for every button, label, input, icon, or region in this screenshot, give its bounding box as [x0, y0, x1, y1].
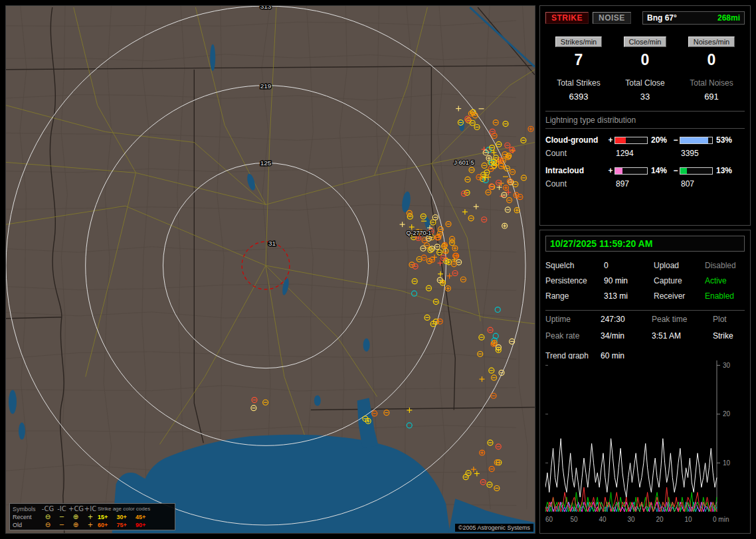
range-value: 313 mi	[604, 291, 654, 301]
svg-text:0 min: 0 min	[713, 516, 729, 523]
svg-text:30: 30	[723, 362, 731, 369]
legend-row-old-label: Old	[13, 522, 41, 528]
svg-text:125: 125	[260, 159, 272, 167]
total-strikes-value: 6393	[545, 92, 612, 102]
distance-value: 268mi	[717, 13, 740, 23]
count-label: Count	[545, 149, 607, 158]
uptime-label: Uptime	[545, 315, 601, 324]
svg-text:10: 10	[723, 459, 731, 467]
session-grid: Uptime 247:30 Peak time Plot Peak rate 3…	[545, 315, 745, 341]
plus-sign: +	[607, 166, 614, 175]
map[interactable]: 31321912531J-601-5Q-2770-1	[6, 6, 535, 533]
noise-indicator[interactable]: NOISE	[593, 12, 631, 24]
neg-cg-old-icon: ⊖	[41, 521, 55, 528]
cg-plus-bar	[614, 137, 648, 144]
datetime-display: 10/27/2025 11:59:20 AM	[545, 236, 745, 252]
pos-cg-old-icon: ⊕	[68, 521, 83, 528]
ic-minus-pct: 13%	[713, 166, 737, 175]
lightning-map-panel: 31321912531J-601-5Q-2770-1 Symbols -CG -…	[5, 5, 535, 534]
cg-minus-pct: 53%	[713, 135, 737, 145]
cloud-ground-row: Cloud-ground + 20% − 53%	[545, 135, 745, 145]
upload-state: Disabled	[705, 261, 745, 270]
svg-text:20: 20	[656, 516, 664, 523]
legend-col-neg-cg: -CG	[41, 505, 55, 512]
svg-text:60: 60	[545, 516, 553, 523]
svg-text:313: 313	[260, 6, 272, 10]
control-column: STRIKE NOISE Bng 67° 268mi Strikes/min C…	[539, 5, 751, 534]
peak-rate-value: 34/min	[601, 331, 652, 341]
peak-time-value: 3:51 AM	[652, 331, 713, 341]
svg-text:31: 31	[268, 240, 276, 247]
uptime-value: 247:30	[601, 315, 652, 324]
trend-graph-plot: 3020106050403020100 min	[545, 359, 745, 526]
total-noises-value: 691	[678, 92, 745, 102]
svg-text:219: 219	[260, 82, 272, 90]
persistence-label: Persistence	[545, 276, 604, 285]
neg-cg-recent-icon: ⊖	[41, 513, 55, 520]
cg-plus-count: 1294	[614, 149, 672, 158]
legend-title: Symbols	[13, 506, 41, 512]
squelch-value: 0	[604, 261, 654, 270]
cg-plus-pct: 20%	[648, 135, 672, 145]
peak-rate-label: Peak rate	[545, 331, 601, 341]
svg-text:10: 10	[684, 516, 692, 523]
close-per-min-button[interactable]: Close/min	[624, 37, 667, 47]
upload-label: Upload	[654, 261, 705, 270]
count-label: Count	[545, 179, 607, 189]
bearing-readout: Bng 67° 268mi	[642, 11, 745, 25]
copyright-text: ©2005 Astrogenic Systems	[455, 524, 533, 532]
total-noises-label: Total Noises	[678, 78, 745, 88]
legend-col-pos-cg: +CG	[68, 505, 83, 512]
intracloud-count-row: Count 897 807	[545, 179, 745, 189]
total-close-label: Total Close	[612, 78, 678, 88]
ic-plus-count: 897	[614, 179, 672, 189]
ic-minus-count: 807	[680, 179, 737, 189]
plot-label: Plot	[713, 315, 745, 324]
pos-ic-old-icon: +	[83, 521, 98, 528]
svg-text:50: 50	[570, 516, 578, 523]
trend-graph: 3020106050403020100 min	[545, 359, 745, 529]
receiver-label: Receiver	[654, 291, 705, 301]
status-panel: 10/27/2025 11:59:20 AM Squelch 0 Upload …	[539, 230, 751, 534]
ic-plus-pct: 14%	[648, 166, 672, 175]
pos-cg-recent-icon: ⊕	[68, 513, 83, 520]
strikes-per-min-value: 7	[545, 51, 612, 69]
pos-ic-recent-icon: +	[83, 513, 98, 520]
intracloud-row: Intracloud + 14% − 13%	[545, 166, 745, 175]
legend-col-neg-ic: -IC	[55, 505, 68, 512]
ic-plus-bar	[614, 167, 648, 175]
minus-sign: −	[672, 166, 680, 175]
svg-text:40: 40	[599, 516, 607, 523]
svg-text:20: 20	[723, 410, 731, 418]
intracloud-label: Intracloud	[545, 166, 607, 175]
noises-per-min-button[interactable]: Noises/min	[688, 37, 735, 47]
range-label: Range	[545, 291, 604, 301]
legend-ages-recent: 15+ 30+ 45+	[98, 514, 172, 520]
cloud-ground-label: Cloud-ground	[545, 135, 607, 145]
plus-sign: +	[607, 135, 614, 145]
statistics-panel: STRIKE NOISE Bng 67° 268mi Strikes/min C…	[539, 5, 751, 226]
noises-per-min-value: 0	[678, 51, 745, 69]
total-strikes-label: Total Strikes	[545, 78, 612, 88]
capture-label: Capture	[654, 276, 705, 285]
receiver-state: Enabled	[705, 291, 745, 301]
bearing-value: Bng 67°	[647, 13, 677, 23]
strikes-per-min-button[interactable]: Strikes/min	[555, 37, 602, 47]
divider	[545, 310, 745, 311]
neg-ic-recent-icon: −	[55, 513, 68, 520]
capture-state: Active	[705, 276, 745, 285]
cg-minus-bar	[680, 137, 713, 144]
persistence-value: 90 min	[604, 276, 654, 285]
neg-ic-old-icon: −	[55, 521, 68, 528]
squelch-label: Squelch	[545, 261, 604, 270]
legend-ages-old: 60+ 75+ 90+	[98, 522, 172, 528]
svg-text:J-601-5: J-601-5	[454, 159, 474, 166]
settings-grid: Squelch 0 Upload Disabled Persistence 90…	[545, 261, 745, 301]
map-legend: Symbols -CG -IC +CG +IC Strike age color…	[9, 503, 175, 530]
close-per-min-value: 0	[612, 51, 678, 69]
svg-text:30: 30	[627, 516, 635, 523]
cg-minus-count: 3395	[680, 149, 737, 158]
legend-col-pos-ic: +IC	[83, 505, 98, 512]
legend-row-recent-label: Recent	[13, 514, 41, 520]
strike-indicator[interactable]: STRIKE	[545, 12, 589, 24]
